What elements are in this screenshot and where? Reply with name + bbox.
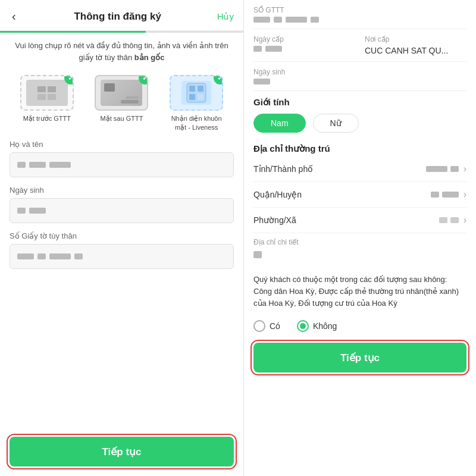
radio-row: Có Không [253,315,466,337]
ho-ten-input[interactable] [10,152,234,177]
radio-khong-circle[interactable] [297,320,309,332]
card-visual [101,80,142,106]
radio-khong-inner [300,323,306,329]
check-badge-liveness: ✓ [214,75,223,84]
ngay-sinh-group: Ngày sinh [10,186,234,223]
radio-co-circle[interactable] [253,320,265,332]
photo-box-liveness[interactable]: ✓ [170,75,223,111]
radio-co[interactable]: Có [253,320,280,332]
back-button[interactable]: ‹ [10,7,18,26]
ho-ten-label: Họ và tên [10,140,234,149]
photo-back[interactable]: ✓ Mặt sau GTTT [90,75,153,123]
tiep-tuc-button-right[interactable]: Tiếp tục [253,343,466,372]
radio-co-label: Có [270,321,280,331]
notice-text: Quý khách có thuộc một trong các đối tượ… [253,268,466,315]
dia-chi-chi-tiet-label: Địa chỉ chi tiết [253,238,466,246]
ngay-sinh-right-value [253,79,466,84]
photo-back-label: Mặt sau GTTT [101,114,143,123]
svg-rect-4 [198,94,203,100]
phuong-chevron-icon: › [464,215,466,226]
ngay-sinh-label: Ngày sinh [10,186,234,195]
address-title: Địa chỉ thường trú [253,143,466,154]
ngay-sinh-input[interactable] [10,198,234,223]
phuong-right: › [439,215,466,226]
quan-value [431,192,459,198]
phuong-row[interactable]: Phường/Xã › [253,208,466,233]
radio-khong-label: Không [313,321,337,331]
so-gttt-label: SỐ GTTT [253,6,466,14]
header: ‹ Thông tin đăng ký Hủy [0,0,243,31]
liveness-visual [181,81,211,105]
gender-nu-button[interactable]: Nữ [313,114,359,133]
noi-cap-label: Nơi cấp [365,35,466,43]
tinh-chevron-icon: › [464,164,466,174]
tiep-tuc-button-left[interactable]: Tiếp tục [10,437,234,466]
form-section: Họ và tên Ngày sinh Số Giấy tờ tùy thân [0,140,243,427]
svg-rect-1 [189,86,195,92]
photo-front[interactable]: ✓ Mặt trước GTTT [15,75,78,123]
noi-cap-field: Nơi cấp CUC CANH SAT QU... [365,35,466,55]
tinh-value [426,166,459,172]
photo-front-label: Mặt trước GTTT [23,114,71,123]
quan-chevron-icon: › [464,189,466,200]
gender-title: Giới tính [253,97,466,108]
ho-ten-group: Họ và tên [10,140,234,177]
ngay-sinh-row: Ngày sinh [253,62,466,91]
photo-box-front[interactable]: ✓ [20,75,74,111]
phuong-value [439,217,459,223]
photo-liveness[interactable]: ✓ Nhận diện khuôn mặt - Liveness [165,75,228,133]
ngay-cap-value [253,46,355,52]
svg-rect-2 [198,86,203,92]
radio-khong[interactable]: Không [297,320,337,332]
tiep-tuc-right-wrap: Tiếp tục [253,337,466,382]
cancel-button[interactable]: Hủy [217,11,234,22]
left-panel: ‹ Thông tin đăng ký Hủy Vui lòng chụp rõ… [0,0,244,476]
gender-section: Giới tính Nam Nữ [253,91,466,139]
photo-section: ✓ Mặt trước GTTT ✓ [0,70,243,140]
ngay-sinh-right-label: Ngày sinh [253,68,466,76]
tinh-row[interactable]: Tỉnh/Thành phố › [253,156,466,182]
gender-buttons: Nam Nữ [253,114,466,133]
so-gttt-value [253,17,466,23]
quan-label: Quận/Huyện [253,190,302,199]
so-giay-label: Số Giấy tờ tùy thân [10,231,234,240]
svg-rect-3 [189,94,195,100]
tinh-right: › [426,164,466,174]
photo-liveness-label: Nhận diện khuôn mặt - Liveness [165,114,228,133]
instruction-text: Vui lòng chụp rõ nét và đầy đủ thông tin… [0,33,243,70]
address-section: Địa chỉ thường trú Tỉnh/Thành phố › Quận… [253,139,466,268]
so-giay-group: Số Giấy tờ tùy thân [10,231,234,269]
ngay-cap-field: Ngày cấp [253,35,355,55]
right-panel: SỐ GTTT Ngày cấp Nơi cấp CUC CANH SAT QU… [244,0,476,476]
tinh-label: Tỉnh/Thành phố [253,164,313,174]
quan-right: › [431,189,466,200]
photo-box-back[interactable]: ✓ [95,75,148,111]
gender-nam-button[interactable]: Nam [253,114,306,133]
noi-cap-value: CUC CANH SAT QU... [365,46,466,55]
phuong-label: Phường/Xã [253,215,296,225]
so-gttt-row: SỐ GTTT [253,0,466,29]
quan-row[interactable]: Quận/Huyện › [253,182,466,208]
page-title: Thông tin đăng ký [74,11,161,23]
so-giay-input[interactable] [10,244,234,269]
ngay-cap-noi-cap-row: Ngày cấp Nơi cấp CUC CANH SAT QU... [253,29,466,62]
ngay-cap-label: Ngày cấp [253,35,355,43]
